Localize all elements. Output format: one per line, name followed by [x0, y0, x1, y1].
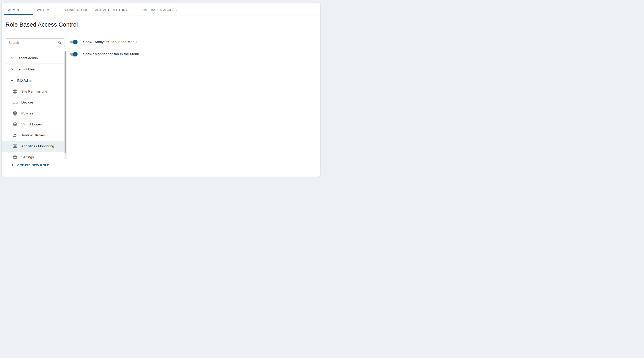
hub-icon — [12, 122, 18, 127]
chevron-down-icon[interactable] — [10, 78, 14, 83]
tab-admin[interactable]: ADMIN — [4, 3, 33, 15]
tab-admin-label: ADMIN — [8, 8, 19, 12]
create-new-role-label: CREATE NEW ROLE — [17, 163, 49, 167]
toggle-label: Show "Analytics" tab in the Menu — [83, 40, 137, 44]
section-item-policies[interactable]: Policies — [2, 108, 64, 119]
roles-sidebar: Tenant Admin Tenant User IND Admin — [2, 34, 67, 176]
analytics-tab-toggle[interactable] — [70, 40, 78, 43]
top-tab-bar: ADMIN SYSTEM CONNECTORS ACTIVE DIRECTORY… — [2, 3, 320, 15]
tab-system[interactable]: SYSTEM — [32, 3, 58, 15]
active-tab-indicator — [4, 14, 33, 15]
section-item-label: Policies — [21, 111, 33, 115]
policy-shield-icon — [12, 111, 18, 116]
create-new-role-button[interactable]: CREATE NEW ROLE — [2, 161, 62, 169]
section-item-devices[interactable]: Devices — [2, 97, 64, 108]
toggle-thumb[interactable] — [73, 52, 77, 56]
role-item-tenant-user[interactable]: Tenant User — [2, 64, 64, 75]
plus-icon — [10, 163, 14, 167]
chevron-down-icon — [53, 9, 56, 11]
chevron-down-icon — [131, 9, 134, 11]
page-title-row: Role Based Access Control — [2, 15, 320, 34]
tab-connectors-label: CONNECTORS — [65, 8, 88, 12]
sidebar-scrollbar-track[interactable] — [64, 51, 67, 159]
section-item-virtual-edges[interactable]: Virtual Edges — [2, 119, 64, 130]
tab-time-based-access[interactable]: TIME-BASED ACCESS — [139, 3, 180, 15]
section-item-label: Tools & Utilities — [21, 133, 45, 137]
chevron-right-icon[interactable] — [10, 67, 14, 71]
search-icon — [58, 40, 62, 45]
section-item-label: Virtual Edges — [21, 122, 42, 126]
section-item-site-permissions[interactable]: Site Permissions — [2, 86, 64, 97]
section-item-label: Site Permissions — [21, 89, 47, 93]
sidebar-scrollbar-thumb[interactable] — [64, 51, 66, 153]
chevron-right-icon[interactable] — [10, 56, 14, 60]
section-item-tools-utilities[interactable]: Tools & Utilities — [2, 130, 64, 141]
content-area: Tenant Admin Tenant User IND Admin — [2, 34, 320, 176]
tab-active-directory[interactable]: ACTIVE DIRECTORY — [92, 3, 137, 15]
role-item-label: Tenant User — [17, 67, 36, 71]
tab-active-directory-label: ACTIVE DIRECTORY — [95, 8, 128, 12]
monitoring-tab-toggle[interactable] — [70, 53, 78, 56]
chevron-down-icon — [26, 9, 28, 11]
devices-icon — [12, 100, 18, 105]
category-icon — [12, 133, 18, 138]
role-item-label: Tenant Admin — [17, 56, 38, 60]
monitor-list-icon — [12, 144, 18, 149]
section-item-settings[interactable]: Settings — [2, 152, 64, 163]
section-item-label: Devices — [21, 100, 34, 104]
section-item-label: Analytics / Monitoring — [21, 144, 54, 148]
toggle-row-analytics: Show "Analytics" tab in the Menu — [70, 39, 137, 45]
toggle-thumb[interactable] — [73, 40, 77, 44]
globe-icon — [12, 89, 18, 94]
search-input[interactable] — [8, 41, 58, 45]
role-item-ind-admin[interactable]: IND Admin — [2, 75, 64, 86]
role-settings-panel: Show "Analytics" tab in the Menu Show "M… — [67, 34, 320, 176]
section-item-analytics-monitoring[interactable]: Analytics / Monitoring — [2, 141, 64, 152]
search-box — [6, 38, 65, 47]
toggle-row-monitoring: Show "Monitoring" tab in the Menu — [70, 51, 139, 57]
toggle-label: Show "Monitoring" tab in the Menu — [83, 52, 139, 56]
page-title: Role Based Access Control — [6, 21, 78, 28]
role-item-label: IND Admin — [17, 78, 33, 83]
section-item-label: Settings — [21, 155, 34, 159]
tab-time-based-access-label: TIME-BASED ACCESS — [142, 8, 177, 12]
role-item-tenant-admin[interactable]: Tenant Admin — [2, 53, 64, 63]
tab-system-label: SYSTEM — [36, 8, 49, 12]
gear-icon — [12, 155, 18, 160]
app-card: ADMIN SYSTEM CONNECTORS ACTIVE DIRECTORY… — [2, 3, 320, 177]
tab-connectors[interactable]: CONNECTORS — [62, 3, 91, 15]
